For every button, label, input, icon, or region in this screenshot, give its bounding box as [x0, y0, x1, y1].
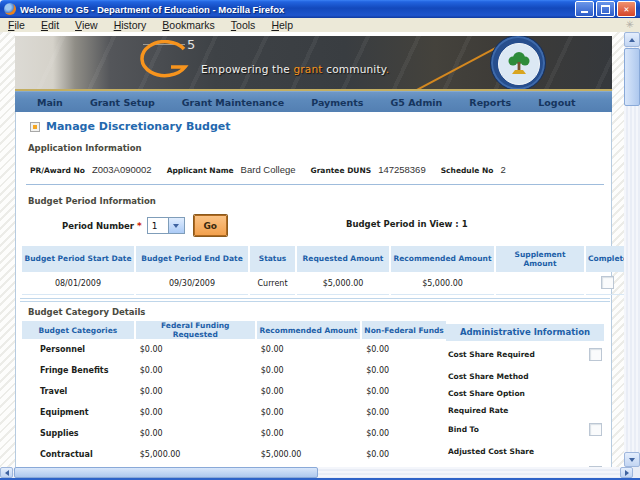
- admin-row-cost-share-method: Cost Share Method: [448, 372, 602, 381]
- admin-row-cost-share-required: Cost Share Required: [448, 348, 602, 361]
- menu-view[interactable]: View: [67, 19, 106, 31]
- nav-payments[interactable]: Payments: [311, 97, 363, 108]
- period-controls: Period Number * 1 Go: [62, 215, 227, 236]
- page-content: 5 Empowering the grant community.: [15, 32, 612, 467]
- period-table-header-row: Budget Period Start Date Budget Period E…: [22, 246, 628, 272]
- nav-grant-maintenance[interactable]: Grant Maintenance: [182, 97, 284, 108]
- budget-period-in-view: Budget Period in View : 1: [346, 219, 468, 229]
- cost-share-required-checkbox[interactable]: [589, 348, 602, 361]
- category-row-supplies: Supplies $0.00 $0.00 $0.00: [22, 423, 446, 444]
- firefox-window: Welcome to G5 - Department of Education …: [0, 0, 640, 480]
- vertical-scrollbar[interactable]: [624, 32, 640, 467]
- page-left-margin: [0, 32, 15, 467]
- category-details-heading: Budget Category Details: [28, 307, 145, 317]
- vertical-scroll-thumb[interactable]: [624, 48, 640, 106]
- menu-edit[interactable]: Edit: [33, 19, 67, 31]
- period-number-select[interactable]: 1: [147, 217, 185, 234]
- window-titlebar[interactable]: Welcome to G5 - Department of Education …: [0, 0, 640, 18]
- period-number-label: Period Number: [62, 221, 134, 231]
- admin-info-heading: Administrative Information: [446, 324, 604, 341]
- scroll-up-button[interactable]: [624, 32, 640, 47]
- g5-logo-five: 5: [187, 37, 195, 52]
- horizontal-scroll-thumb[interactable]: [14, 467, 318, 478]
- bind-to-checkbox[interactable]: [589, 423, 602, 436]
- menu-bookmarks[interactable]: Bookmarks: [154, 19, 223, 31]
- category-row-equipment: Equipment $0.00 $0.00 $0.00: [22, 402, 446, 423]
- double-divider-top: [20, 298, 610, 299]
- col-recommended-amount: Recommended Amount: [257, 321, 360, 339]
- browser-viewport: 5 Empowering the grant community.: [0, 32, 640, 467]
- application-info-fields: PR/Award No Z003A090002 Applicant Name B…: [30, 164, 514, 175]
- scroll-left-button[interactable]: [0, 467, 13, 478]
- scrollbar-corner: [633, 467, 640, 478]
- dept-of-education-seal-icon: [490, 36, 546, 91]
- admin-row-adjusted-cost-share: Adjusted Cost Share: [448, 447, 602, 456]
- cell-end-date: 09/30/2009: [136, 272, 248, 295]
- grantee-duns-label: Grantee DUNS: [311, 166, 372, 175]
- category-header-row: Budget Categories Federal Funding Reques…: [22, 321, 446, 339]
- col-budget-categories: Budget Categories: [22, 321, 134, 339]
- menu-file[interactable]: File: [0, 19, 33, 31]
- firefox-icon: [4, 3, 16, 15]
- category-row-fringe: Fringe Benefits $0.00 $0.00 $0.00: [22, 360, 446, 381]
- scroll-right-button[interactable]: [620, 467, 633, 478]
- menu-help[interactable]: Help: [263, 19, 301, 31]
- window-title: Welcome to G5 - Department of Education …: [20, 4, 575, 15]
- nav-main[interactable]: Main: [37, 97, 63, 108]
- minimize-button[interactable]: [575, 1, 594, 17]
- banner-tagline: Empowering the grant community.: [201, 63, 389, 75]
- category-row-personnel: Personnel $0.00 $0.00 $0.00: [22, 339, 446, 360]
- nav-g5-admin[interactable]: G5 Admin: [391, 97, 443, 108]
- budget-period-heading: Budget Period Information: [28, 196, 156, 206]
- category-row-contractual: Contractual $5,000.00 $5,000.00 $0.00: [22, 444, 446, 465]
- schedule-no-value: 2: [500, 164, 505, 175]
- cell-requested: $5,000.00: [297, 272, 389, 295]
- application-info-heading: Application Information: [28, 143, 142, 153]
- nav-grant-setup[interactable]: Grant Setup: [90, 97, 155, 108]
- throbber-icon: ✳: [626, 20, 634, 30]
- category-row-travel: Travel $0.00 $0.00 $0.00: [22, 381, 446, 402]
- close-button[interactable]: ✕: [617, 1, 636, 17]
- pr-award-label: PR/Award No: [30, 166, 85, 175]
- col-requested: Requested Amount: [297, 246, 389, 272]
- main-navigation: Main Grant Setup Grant Maintenance Payme…: [15, 91, 612, 112]
- col-status: Status: [250, 246, 295, 272]
- nav-reports[interactable]: Reports: [469, 97, 511, 108]
- page-title: Manage Discretionary Budget: [30, 120, 231, 133]
- admin-info-panel: Administrative Information Cost Share Re…: [446, 324, 604, 341]
- schedule-no-label: Schedule No: [441, 166, 494, 175]
- g5-banner: 5 Empowering the grant community.: [15, 36, 612, 91]
- cell-recommended: $5,000.00: [391, 272, 494, 295]
- budget-category-table: Budget Categories Federal Funding Reques…: [20, 321, 448, 467]
- nav-logout[interactable]: Logout: [538, 97, 575, 108]
- applicant-name-label: Applicant Name: [167, 166, 234, 175]
- go-button[interactable]: Go: [194, 215, 227, 236]
- menu-bar: File Edit View History Bookmarks Tools H…: [0, 18, 640, 33]
- grantee-duns-value: 147258369: [378, 164, 426, 175]
- complete-checkbox[interactable]: [601, 276, 614, 289]
- scroll-down-button[interactable]: [624, 452, 640, 467]
- col-end-date: Budget Period End Date: [136, 246, 248, 272]
- cell-complete: [586, 272, 628, 295]
- cell-status: Current: [250, 272, 295, 295]
- g5-logo-icon: [137, 40, 189, 86]
- admin-row-required-rate: Required Rate: [448, 406, 602, 415]
- main-panel: Manage Discretionary Budget Application …: [15, 112, 612, 467]
- applicant-name-value: Bard College: [241, 164, 296, 175]
- admin-row-cost-share-option: Cost Share Option: [448, 389, 602, 398]
- period-table-row: 08/01/2009 09/30/2009 Current $5,000.00 …: [22, 272, 628, 295]
- bullet-icon: [30, 122, 40, 132]
- horizontal-scrollbar[interactable]: [0, 467, 633, 478]
- double-divider-bottom: [20, 301, 610, 302]
- col-recommended: Recommended Amount: [391, 246, 494, 272]
- budget-period-table: Budget Period Start Date Budget Period E…: [20, 246, 630, 295]
- col-federal-funding: Federal Funding Requested: [136, 321, 255, 339]
- cell-start-date: 08/01/2009: [22, 272, 134, 295]
- menu-tools[interactable]: Tools: [223, 19, 264, 31]
- col-supplement: Supplement Amount: [496, 246, 584, 272]
- restore-button[interactable]: [596, 1, 615, 17]
- menu-history[interactable]: History: [106, 19, 155, 31]
- chevron-down-icon[interactable]: [168, 218, 184, 233]
- admin-row-bind-to: Bind To: [448, 423, 602, 436]
- required-asterisk: *: [137, 221, 142, 231]
